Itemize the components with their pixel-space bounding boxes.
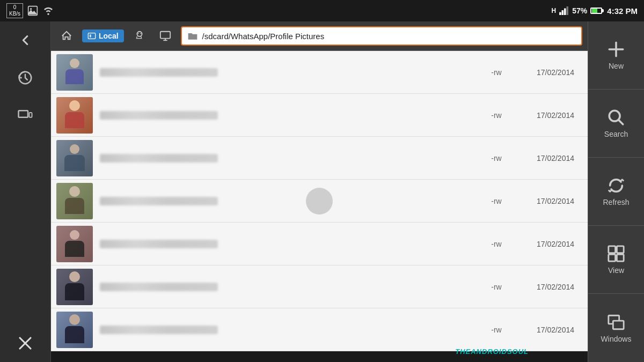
file-permissions: -rw — [480, 326, 513, 334]
file-permissions: -rw — [480, 197, 513, 205]
svg-point-1 — [30, 8, 32, 10]
home-button[interactable] — [56, 28, 77, 44]
search-button[interactable]: Search — [588, 90, 644, 158]
view-icon — [607, 245, 625, 263]
file-date: 17/02/2014 — [513, 197, 582, 205]
file-name — [97, 197, 480, 205]
file-name — [97, 326, 480, 334]
file-row[interactable]: -rw 17/02/2014 — [51, 137, 588, 180]
watermark: THEANDROIDSOUL — [455, 348, 529, 356]
file-row[interactable]: -rw 17/02/2014 — [51, 223, 588, 265]
file-row[interactable]: -rw 17/02/2014 — [51, 308, 588, 351]
file-name — [97, 111, 480, 120]
back-button[interactable] — [9, 27, 41, 54]
svg-rect-29 — [613, 321, 624, 329]
file-name — [97, 240, 480, 248]
status-left: 0 KB/s — [6, 3, 54, 18]
computer-button[interactable] — [155, 28, 175, 44]
refresh-label: Refresh — [603, 198, 629, 206]
speed-indicator: 0 KB/s — [6, 3, 23, 18]
file-thumbnail — [56, 97, 93, 134]
svg-rect-13 — [90, 34, 91, 37]
svg-rect-2 — [559, 12, 561, 15]
file-permissions: -rw — [480, 240, 513, 248]
file-thumbnail — [56, 140, 93, 176]
file-row[interactable]: -rw 17/02/2014 — [51, 94, 588, 137]
h-indicator: H — [552, 7, 557, 14]
refresh-button[interactable]: Refresh — [588, 158, 644, 226]
android-button[interactable] — [129, 28, 150, 44]
file-name — [97, 68, 480, 77]
view-button[interactable]: View — [588, 226, 644, 294]
search-label: Search — [604, 130, 628, 138]
file-date: 17/02/2014 — [513, 111, 582, 120]
svg-rect-3 — [562, 10, 564, 15]
file-list: -rw 17/02/2014 — [51, 51, 588, 351]
time-display: 4:32 PM — [607, 6, 638, 16]
file-date: 17/02/2014 — [513, 68, 582, 77]
svg-point-16 — [140, 33, 141, 34]
local-button[interactable]: Local — [82, 29, 124, 42]
file-thumbnail — [56, 226, 93, 262]
file-name — [97, 154, 480, 162]
new-button[interactable]: New — [588, 21, 644, 90]
new-label: New — [609, 62, 624, 70]
history-button[interactable] — [9, 64, 41, 91]
file-date: 17/02/2014 — [513, 283, 582, 291]
svg-rect-4 — [564, 9, 566, 15]
path-text: /sdcard/WhatsApp/Profile Pictures — [202, 32, 325, 41]
close-button[interactable] — [9, 330, 41, 357]
svg-rect-27 — [617, 254, 624, 261]
file-date: 17/02/2014 — [513, 154, 582, 162]
svg-point-14 — [137, 32, 142, 36]
file-date: 17/02/2014 — [513, 240, 582, 248]
status-right: H 57% 4:32 PM — [552, 6, 638, 16]
file-permissions: -rw — [480, 283, 513, 291]
file-thumbnail — [56, 54, 93, 91]
file-thumbnail — [56, 183, 93, 219]
svg-rect-8 — [30, 113, 32, 117]
wifi-icon — [42, 6, 54, 15]
status-bar: 0 KB/s H 57% 4:32 PM — [0, 0, 644, 21]
left-sidebar — [0, 21, 51, 362]
image-icon — [27, 5, 38, 16]
nav-bar: Local /sdcard/WhatsApp/Profile Pictures — [51, 21, 588, 51]
windows-label: Windows — [601, 335, 632, 343]
file-list-area: -rw 17/02/2014 — [51, 51, 588, 351]
path-bar[interactable]: /sdcard/WhatsApp/Profile Pictures — [181, 26, 582, 46]
windows-icon — [607, 313, 625, 331]
file-name — [97, 283, 480, 291]
file-row[interactable]: -rw 17/02/2014 — [51, 51, 588, 94]
network-button[interactable] — [9, 102, 41, 129]
svg-line-23 — [619, 120, 623, 124]
right-sidebar: New Search Refresh — [588, 21, 644, 362]
folder-icon — [187, 31, 198, 41]
file-row[interactable]: -rw 17/02/2014 — [51, 180, 588, 223]
svg-rect-7 — [19, 110, 28, 117]
plus-icon — [607, 40, 625, 58]
svg-rect-26 — [609, 254, 616, 261]
file-permissions: -rw — [480, 68, 513, 77]
windows-button[interactable]: Windows — [588, 294, 644, 362]
file-permissions: -rw — [480, 154, 513, 162]
svg-rect-25 — [617, 246, 624, 253]
signal-icon — [559, 6, 569, 15]
file-date: 17/02/2014 — [513, 326, 582, 334]
center-overlay — [306, 188, 333, 215]
battery-icon — [590, 8, 604, 14]
svg-rect-5 — [567, 6, 569, 15]
svg-rect-17 — [160, 32, 170, 39]
search-icon — [607, 108, 625, 127]
file-thumbnail — [56, 269, 93, 305]
file-row[interactable]: -rw 17/02/2014 — [51, 265, 588, 308]
local-label: Local — [99, 32, 119, 40]
file-thumbnail — [56, 312, 93, 348]
battery-percent: 57% — [572, 6, 587, 15]
view-label: View — [608, 266, 624, 275]
file-permissions: -rw — [480, 111, 513, 120]
svg-point-15 — [137, 33, 138, 34]
svg-rect-24 — [609, 246, 616, 253]
svg-rect-12 — [88, 33, 95, 39]
refresh-icon — [607, 176, 625, 195]
